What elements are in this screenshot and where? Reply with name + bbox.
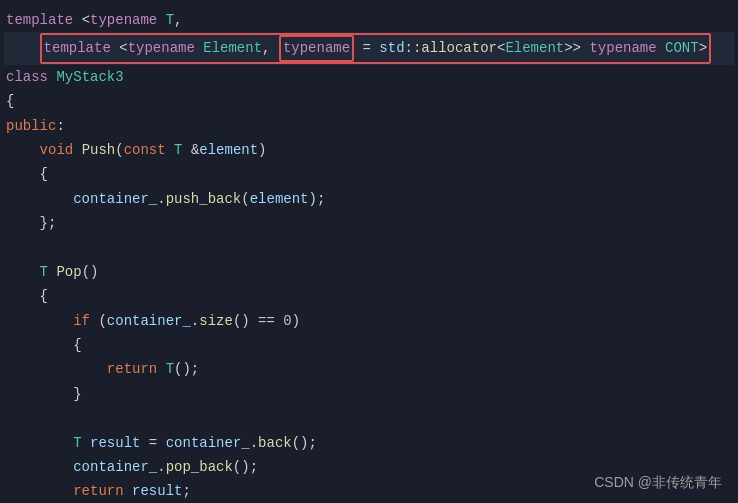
code-line-14: { [4, 333, 734, 357]
code-line-10 [4, 236, 734, 260]
code-editor: template <typename T, template <typename… [0, 0, 738, 503]
code-line-7: { [4, 162, 734, 186]
code-line-17 [4, 406, 734, 430]
code-line-1: template <typename T, [4, 8, 734, 32]
code-line-13: if (container_.size() == 0) [4, 309, 734, 333]
code-line-4: { [4, 89, 734, 113]
code-line-3: class MyStack3 [4, 65, 734, 89]
code-line-2: template <typename Element, typename = s… [4, 32, 734, 64]
code-line-8: container_.push_back(element); [4, 187, 734, 211]
watermark: CSDN @非传统青年 [594, 471, 722, 493]
code-line-18: T result = container_.back(); [4, 431, 734, 455]
code-line-5: public: [4, 114, 734, 138]
code-line-12: { [4, 284, 734, 308]
code-line-11: T Pop() [4, 260, 734, 284]
code-line-16: } [4, 382, 734, 406]
code-line-15: return T(); [4, 357, 734, 381]
code-line-6: void Push(const T &element) [4, 138, 734, 162]
code-line-9: }; [4, 211, 734, 235]
